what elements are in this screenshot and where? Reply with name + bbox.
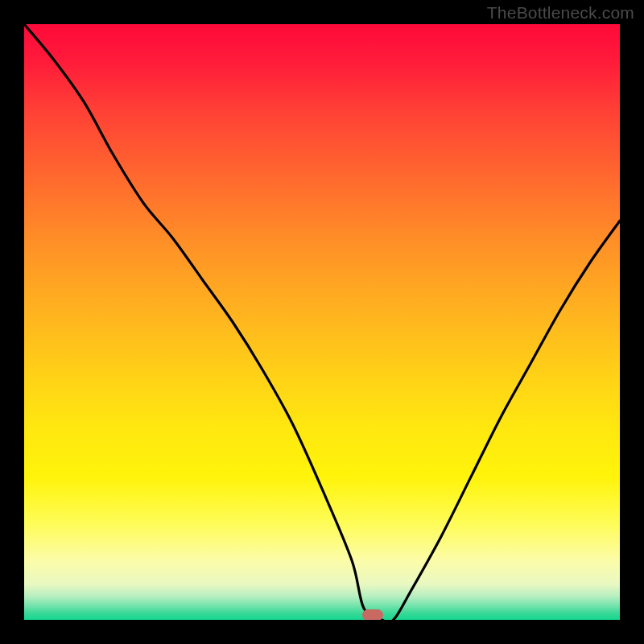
plot-area bbox=[24, 24, 620, 620]
watermark-text: TheBottleneck.com bbox=[487, 3, 634, 23]
bottleneck-curve bbox=[24, 24, 620, 620]
chart-frame: TheBottleneck.com bbox=[0, 0, 644, 644]
curve-layer bbox=[24, 24, 620, 620]
optimal-marker bbox=[362, 609, 383, 620]
